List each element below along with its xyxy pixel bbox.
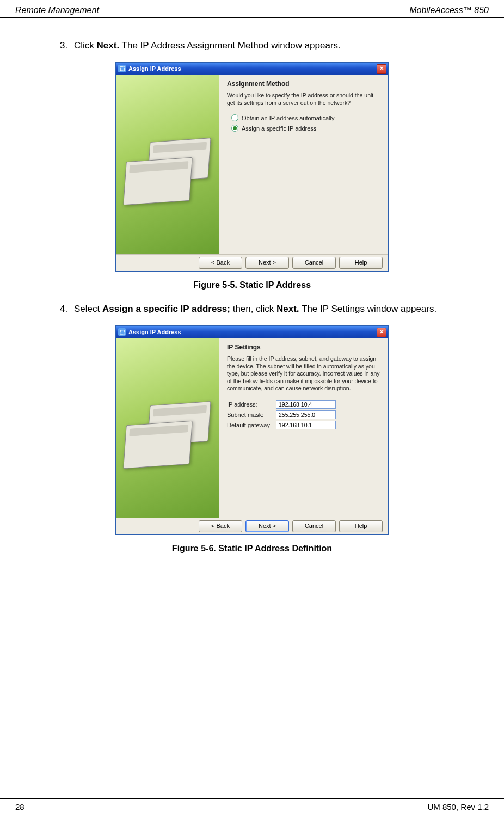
window-title: Assign IP Address [128,329,181,335]
wizard-content-pane: IP Settings Please fill in the IP addres… [219,338,388,518]
window-title: Assign IP Address [128,65,181,72]
section-heading: Assignment Method [227,80,380,88]
field-label: Subnet mask: [227,411,276,418]
step-3: 3. Click Next. The IP Address Assignment… [60,40,471,52]
back-button[interactable]: < Back [199,520,242,532]
page-content: 3. Click Next. The IP Address Assignment… [0,18,504,553]
page-header: Remote Management MobileAccess™ 850 [0,0,504,18]
dialog-ip-settings: ⬚ Assign IP Address ✕ IP Settings Please… [115,325,389,535]
radio-assign-specific[interactable]: Assign a specific IP address [231,125,380,132]
section-heading: IP Settings [227,343,380,351]
step-4: 4. Select Assign a specific IP address; … [60,303,471,316]
doc-revision: UM 850, Rev 1.2 [427,802,489,811]
radio-icon [231,125,238,132]
step-text: Select Assign a specific IP address; the… [74,303,471,316]
app-icon: ⬚ [118,328,126,336]
titlebar[interactable]: ⬚ Assign IP Address ✕ [116,63,388,75]
help-button[interactable]: Help [339,257,383,269]
close-icon[interactable]: ✕ [377,328,386,337]
section-description: Please fill in the IP address, subnet, a… [227,355,380,392]
titlebar[interactable]: ⬚ Assign IP Address ✕ [116,326,388,338]
default-gateway-input[interactable] [276,421,336,429]
device-image [123,421,193,469]
ip-address-row: IP address: [227,400,380,409]
close-icon[interactable]: ✕ [377,64,386,74]
radio-icon [231,114,238,121]
step-number: 4. [60,303,74,316]
figure-caption-5-6: Figure 5-6. Static IP Address Definition [33,544,471,553]
next-button[interactable]: Next > [245,257,289,269]
subnet-mask-row: Subnet mask: [227,410,380,419]
subnet-mask-input[interactable] [276,410,336,419]
app-icon: ⬚ [118,65,126,72]
wizard-button-bar: < Back Next > Cancel Help [116,518,388,534]
header-left: Remote Management [15,5,99,15]
device-image [123,157,193,206]
step-text: Click Next. The IP Address Assignment Me… [74,40,471,52]
cancel-button[interactable]: Cancel [292,520,336,532]
radio-label: Obtain an IP address automatically [242,115,334,121]
step-number: 3. [60,40,74,52]
field-label: IP address: [227,401,276,408]
figure-caption-5-5: Figure 5-5. Static IP Address [33,280,471,290]
cancel-button[interactable]: Cancel [292,257,336,269]
page-footer: 28 UM 850, Rev 1.2 [0,798,504,818]
default-gateway-row: Default gateway [227,421,380,429]
header-right: MobileAccess™ 850 [409,5,489,15]
wizard-image-pane [116,75,219,254]
section-description: Would you like to specify the IP address… [227,92,380,107]
wizard-image-pane [116,338,219,518]
dialog-assign-method: ⬚ Assign IP Address ✕ Assignment Method … [115,62,389,272]
page-number: 28 [15,802,24,811]
radio-label: Assign a specific IP address [242,125,316,132]
help-button[interactable]: Help [339,520,383,532]
field-label: Default gateway [227,422,276,428]
back-button[interactable]: < Back [199,257,242,269]
wizard-content-pane: Assignment Method Would you like to spec… [219,75,388,254]
radio-obtain-auto[interactable]: Obtain an IP address automatically [231,114,380,121]
next-button[interactable]: Next > [245,520,289,532]
ip-address-input[interactable] [276,400,336,409]
wizard-button-bar: < Back Next > Cancel Help [116,254,388,271]
